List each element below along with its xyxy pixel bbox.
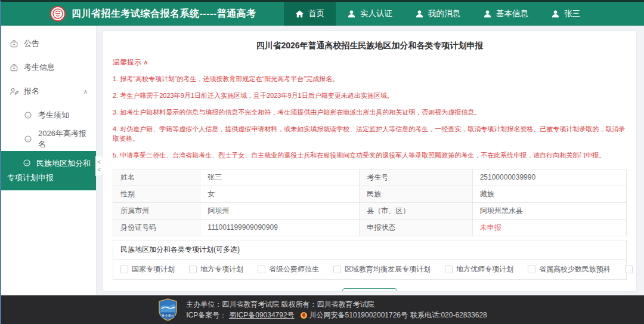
home-icon	[295, 10, 304, 18]
checkbox-option-local-youshi[interactable]: 地方优师专项计划	[445, 264, 513, 274]
checkbox-option-regional-education[interactable]: 区域教育均衡发展专项计划	[333, 264, 431, 274]
sidebar-item-candidate-info[interactable]: 考生信息	[1, 55, 96, 79]
app-title: 四川省招生考试综合报名系统-----普通高考	[72, 8, 256, 20]
checkbox-option-minority-preparatory[interactable]: 省属高校少数民族预科	[528, 264, 611, 274]
sidebar-item-label: 2026年高考报名	[38, 128, 88, 150]
tip-item-4: 4. 对伪造户籍、学籍等虚假个人信息，提供虚假申请材料，或未如实填报就读学校、法…	[113, 125, 627, 144]
checkbox-icon[interactable]	[189, 266, 197, 273]
checkbox-label: 省属高校少数民族预科	[539, 264, 611, 274]
submit-button[interactable]: 提交申报	[342, 288, 397, 292]
checkbox-icon[interactable]	[528, 266, 535, 273]
checkbox-option-provincial-teacher[interactable]: 省级公费师范生	[258, 264, 319, 274]
checkbox-option-local-plan[interactable]: 地方专项计划	[189, 264, 243, 274]
nav-item-basic-info[interactable]: 基本信息	[472, 2, 540, 26]
checkbox-label: 地方优师专项计划	[456, 264, 513, 274]
nav-item-current-user[interactable]: 张三	[540, 2, 592, 26]
nav-item-real-person-auth[interactable]: 实人认证	[336, 2, 404, 26]
info-value-candidate-number: 25100000039990	[472, 169, 626, 186]
institution-badge-text: 事业单位	[162, 314, 175, 317]
police-number: 川公网安备51019002001726号	[309, 310, 408, 320]
seal-logo-icon	[50, 6, 66, 21]
user-icon	[415, 10, 424, 18]
info-label-name: 姓名	[113, 169, 200, 186]
checkbox-label: 民族地区加分	[636, 264, 637, 274]
sidebar-item-2026-registration[interactable]: 2026年高考报名	[1, 127, 96, 151]
content-card: 四川省2026年普通高校招生民族地区加分和各类专项计划申报 温馨提示 ∧ 1. …	[103, 30, 637, 292]
app-window: 四川省招生考试综合报名系统-----普通高考 首页 实人认证 我的消息	[0, 0, 644, 324]
sidebar-item-label: 报名	[24, 86, 39, 97]
footer-host-line: 主办单位：四川省教育考试院 版权所有：四川省教育考试院	[186, 299, 487, 310]
info-label-declare-status: 申报状态	[360, 219, 472, 236]
sidebar-item-registration[interactable]: 报名 ∧	[1, 79, 96, 103]
chevron-left-icon: <	[98, 166, 101, 174]
sidebar: 公告 考生信息 报名 ∧ 考生须知	[1, 26, 97, 295]
sidebar-collapse-handle[interactable]: < <	[95, 156, 103, 176]
checkbox-label: 省级公费师范生	[269, 264, 319, 274]
announcement-icon	[10, 39, 18, 48]
checkbox-option-national-plan[interactable]: 国家专项计划	[120, 264, 175, 274]
tip-item-2: 2. 考生户籍需于2023年9月1日前迁入实施区域，且于2023年9月1日后户籍…	[113, 91, 627, 101]
info-value-gender: 女	[200, 186, 360, 202]
sidebar-item-candidate-notice[interactable]: 考生须知	[1, 103, 96, 127]
register-icon	[10, 87, 18, 96]
brand: 四川省招生考试综合报名系统-----普通高考	[1, 2, 256, 26]
checkbox-option-ethnic-area-bonus[interactable]: 民族地区加分	[625, 264, 637, 274]
circle-face-icon	[24, 135, 33, 144]
info-value-city: 阿坝州	[200, 202, 360, 219]
tip-item-1: 1. 报考“高校专项计划”的考生，还须按教育部规定在“阳光高考平台”完成报名。	[113, 75, 627, 84]
nav-item-label: 张三	[564, 8, 580, 19]
submit-row: 提交申报	[113, 288, 627, 292]
announcement-icon	[10, 63, 18, 72]
chevron-up-icon: ∧	[83, 88, 88, 95]
checkbox-icon[interactable]	[333, 266, 341, 273]
checkbox-icon[interactable]	[120, 266, 128, 273]
page-body: 公告 考生信息 报名 ∧ 考生须知	[1, 26, 644, 295]
table-row: 姓名 张三 考生号 25100000039990	[113, 169, 627, 186]
sidebar-item-announcements[interactable]: 公告	[1, 32, 96, 55]
plan-section-title: 民族地区加分和各类专项计划(可多选)	[113, 240, 626, 260]
status-value: 未申报	[472, 219, 626, 236]
main-content: 四川省2026年普通高校招生民族地区加分和各类专项计划申报 温馨提示 ∧ 1. …	[97, 26, 644, 295]
icp-label: ICP备案号：	[186, 310, 227, 320]
info-label-candidate-number: 考生号	[360, 169, 472, 186]
tips-label: 温馨提示	[113, 58, 141, 66]
tip-item-5: 5. 申请享受三侨生、台湾省籍考生、烈士子女、自主就业的退役士兵和在服役期间立功…	[113, 151, 627, 161]
footer-icp-line: ICP备案号：蜀ICP备09034792号 川公网安备5101900200172…	[186, 310, 487, 320]
info-label-ethnicity: 民族	[360, 186, 472, 202]
nav-item-home[interactable]: 首页	[284, 2, 336, 26]
checkbox-icon[interactable]	[445, 266, 453, 273]
nav-item-label: 实人认证	[360, 8, 392, 19]
chevron-left-icon: <	[98, 158, 101, 166]
collapse-caret-icon: ∧	[143, 58, 148, 66]
info-value-ethnicity: 藏族	[472, 186, 626, 202]
table-row: 所属市州 阿坝州 县（市、区） 阿坝州黑水县	[113, 202, 627, 219]
table-row: 身份证号码 111001199909090909 申报状态 未申报	[113, 219, 627, 236]
icp-link[interactable]: 蜀ICP备09034792号	[229, 310, 294, 320]
table-row: 性别 女 民族 藏族	[113, 186, 627, 202]
checkbox-icon[interactable]	[258, 266, 265, 273]
sidebar-item-label: 公告	[24, 38, 39, 49]
info-value-county: 阿坝州黑水县	[472, 202, 626, 219]
circle-face-icon	[23, 158, 32, 166]
tip-item-3: 3. 如考生户籍材料显示的信息与填报的信息不完全相符，考生须提供由户籍所在地派出…	[113, 108, 627, 118]
info-label-county: 县（市、区）	[360, 202, 472, 219]
info-label-gender: 性别	[113, 186, 200, 202]
info-value-id-number: 111001199909090909	[200, 219, 360, 236]
checkbox-label: 国家专项计划	[132, 264, 175, 274]
page-footer: 事业单位 主办单位：四川省教育考试院 版权所有：四川省教育考试院 ICP备案号：…	[1, 295, 644, 324]
candidate-info-table: 姓名 张三 考生号 25100000039990 性别 女 民族 藏族 所属市州…	[113, 169, 627, 236]
nav-item-my-messages[interactable]: 我的消息	[404, 2, 472, 26]
user-icon	[483, 10, 492, 18]
info-value-name: 张三	[200, 169, 360, 186]
contact-phone: 联系电话:020-62833628	[410, 310, 487, 320]
sidebar-item-label: 考生信息	[24, 62, 55, 73]
top-nav: 首页 实人认证 我的消息 基本信息	[284, 2, 644, 26]
plan-section: 民族地区加分和各类专项计划(可多选) 国家专项计划 地方专项计划 省级公费	[113, 240, 627, 280]
institution-badge-icon: 事业单位	[158, 298, 178, 321]
footer-text: 主办单位：四川省教育考试院 版权所有：四川省教育考试院 ICP备案号：蜀ICP备…	[186, 299, 487, 320]
top-header: 四川省招生考试综合报名系统-----普通高考 首页 实人认证 我的消息	[1, 2, 644, 26]
sidebar-item-label: 民族地区加分和专项计划申报	[7, 159, 91, 182]
sidebar-item-ethnic-plan[interactable]: 民族地区加分和专项计划申报	[1, 151, 96, 190]
checkbox-icon[interactable]	[625, 266, 633, 273]
tips-toggle[interactable]: 温馨提示 ∧	[113, 57, 627, 67]
